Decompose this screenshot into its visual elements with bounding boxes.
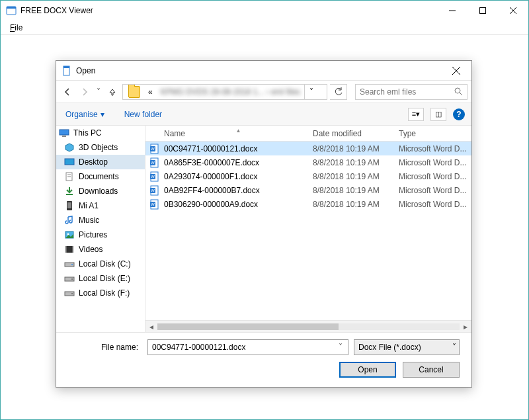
close-button[interactable] [498,1,528,21]
svg-rect-14 [65,159,74,165]
svg-point-10 [455,88,460,93]
svg-rect-24 [65,246,67,253]
app-title: FREE DOCX Viewer [20,6,93,15]
preview-pane-button[interactable]: ◫ [430,108,446,121]
column-type[interactable]: Type [399,129,471,138]
scroll-left-icon[interactable]: ◂ [145,322,157,331]
docx-icon: W [149,171,160,182]
sidebar-item-pictures[interactable]: Pictures [56,228,145,242]
open-dialog: Open ˅ « KPMG DVDS 28-08-2018 1... › eml… [56,60,472,388]
document-icon [61,65,72,76]
sidebar-item-downloads[interactable]: Downloads [56,184,145,198]
scroll-right-icon[interactable]: ▸ [460,322,471,331]
filename-input[interactable]: 00C94771-00000121.docx ˅ [147,339,348,355]
chevron-down-icon[interactable]: ˅ [452,343,456,352]
sidebar-item-music[interactable]: Music [56,213,145,228]
cancel-button[interactable]: Cancel [403,362,460,378]
column-headers: ▲Name Date modified Type [145,126,471,142]
svg-text:W: W [151,175,155,179]
chevron-down-icon: ▾ [101,110,104,119]
sidebar-item-disk-f[interactable]: Local Disk (F:) [56,286,145,300]
docx-icon: W [149,157,160,168]
folder-icon [128,86,140,98]
dialog-title: Open [76,66,95,75]
phone-icon [64,200,75,211]
documents-icon [64,171,75,182]
docx-icon: W [149,144,160,154]
svg-point-31 [71,293,73,294]
file-list: W 00C94771-00000121.docx 8/8/2018 10:19 … [145,142,471,320]
sidebar-item-videos[interactable]: Videos [56,242,145,257]
menu-file[interactable]: File [6,22,26,34]
maximize-button[interactable] [468,1,498,21]
scroll-thumb[interactable] [157,323,339,330]
nav-back-button[interactable] [60,85,75,99]
breadcrumb[interactable]: « KPMG DVDS 28-08-2018 1... › eml files … [122,84,327,100]
download-icon [64,186,75,196]
search-placeholder: Search eml files [360,87,454,97]
filetype-filter[interactable]: Docx File (*.docx) ˅ [354,339,460,355]
file-row[interactable]: W 00C94771-00000121.docx 8/8/2018 10:19 … [145,142,471,155]
breadcrumb-dropdown[interactable]: ˅ [304,85,317,99]
breadcrumb-chevron-icon: « [144,85,157,99]
chevron-down-icon[interactable]: ˅ [335,341,346,353]
file-row[interactable]: W 0B306290-000000A9.docx 8/8/2018 10:19 … [145,197,471,211]
view-mode-button[interactable]: ≡▾ [408,108,424,121]
svg-rect-3 [480,8,486,14]
pictures-icon [64,230,75,240]
svg-line-11 [460,93,462,95]
organise-button[interactable]: Organise▾ [63,108,107,120]
svg-text:W: W [151,189,155,192]
sidebar-item-disk-e[interactable]: Local Disk (E:) [56,271,145,286]
svg-point-29 [71,278,73,280]
toolbar: Organise▾ New folder ≡▾ ◫ ? [56,103,471,126]
svg-text:W: W [151,202,155,206]
svg-rect-12 [60,130,69,135]
refresh-button[interactable] [330,84,347,100]
window-controls [437,1,528,21]
svg-text:W: W [151,161,155,165]
file-row[interactable]: W 0A293074-000000F1.docx 8/8/2018 10:19 … [145,169,471,183]
sidebar-item-disk-c[interactable]: Local Disk (C:) [56,257,145,271]
file-row[interactable]: W 0AB92FF4-000000B7.docx 8/8/2018 10:19 … [145,183,471,197]
sidebar-item-desktop[interactable]: Desktop [56,155,145,169]
dialog-titlebar: Open [56,61,471,81]
docx-icon: W [149,199,160,210]
nav-up-button[interactable] [105,85,120,99]
sidebar-this-pc[interactable]: This PC [56,126,145,140]
drive-icon [64,288,75,298]
svg-rect-25 [72,246,73,253]
sidebar-item-documents[interactable]: Documents [56,169,145,184]
svg-point-22 [67,233,69,235]
newfolder-button[interactable]: New folder [122,108,165,120]
videos-icon [64,244,75,255]
docx-icon: W [149,185,160,196]
column-name[interactable]: ▲Name [164,129,313,138]
drive-icon [64,273,75,284]
help-button[interactable]: ? [453,108,465,120]
app-icon [6,5,17,16]
column-date[interactable]: Date modified [313,129,399,138]
open-button[interactable]: Open [339,362,396,378]
nav-recent-dropdown[interactable]: ˅ [95,87,102,97]
breadcrumb-path[interactable]: KPMG DVDS 28-08-2018 1... › eml files [157,85,304,99]
minimize-button[interactable] [437,1,468,21]
sidebar-item-phone[interactable]: Mi A1 [56,198,145,213]
app-titlebar: FREE DOCX Viewer [1,1,528,21]
dialog-close-button[interactable] [441,61,471,81]
sidebar-item-3d-objects[interactable]: 3D Objects [56,140,145,155]
drive-icon [64,259,75,269]
desktop-icon [64,157,75,167]
search-icon [454,87,463,96]
menubar: File [1,21,528,35]
nav-forward-button[interactable] [77,85,92,99]
dialog-footer: File name: 00C94771-00000121.docx ˅ Docx… [56,332,471,387]
file-row[interactable]: W 0A865F3E-0000007E.docx 8/8/2018 10:19 … [145,155,471,169]
sidebar: This PC 3D Objects Desktop Documents Dow… [56,126,145,332]
horizontal-scrollbar[interactable]: ◂ ▸ [145,320,471,332]
svg-point-27 [71,264,73,265]
search-input[interactable]: Search eml files [355,84,468,100]
cube-icon [64,142,75,153]
nav-row: ˅ « KPMG DVDS 28-08-2018 1... › eml file… [56,81,471,103]
svg-rect-7 [63,66,69,68]
